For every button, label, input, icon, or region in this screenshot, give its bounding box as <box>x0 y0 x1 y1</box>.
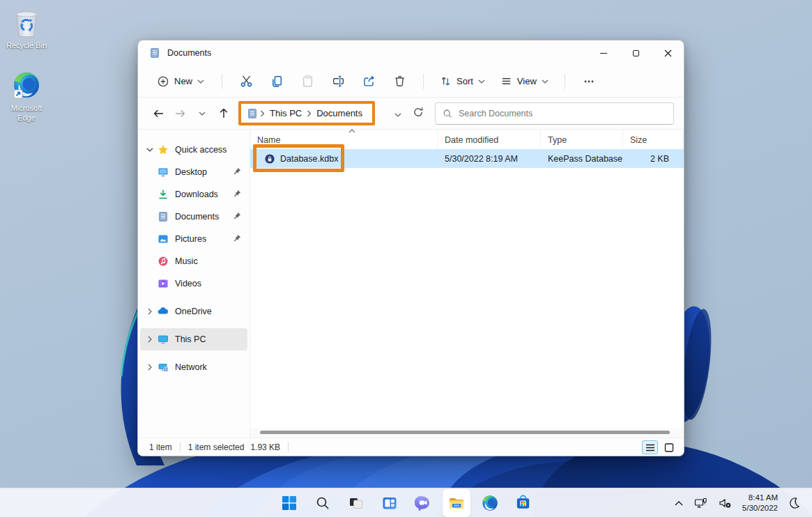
keepass-file-icon <box>264 153 275 164</box>
minimize-button[interactable] <box>588 40 620 65</box>
file-size: 2 KB <box>623 154 684 164</box>
taskbar-clock[interactable]: 8:41 AM 5/30/2022 <box>740 493 781 514</box>
sidebar-item-onedrive[interactable]: OneDrive <box>140 300 247 323</box>
recent-locations-button[interactable] <box>191 102 213 124</box>
rename-button[interactable] <box>324 70 352 93</box>
edge-button[interactable] <box>476 489 504 517</box>
command-bar: New <box>138 65 684 98</box>
breadcrumb-this-pc[interactable]: This PC <box>267 108 305 118</box>
details-view-button[interactable] <box>642 440 658 454</box>
documents-breadcrumb-icon <box>247 108 258 119</box>
focus-assist-button[interactable] <box>785 489 804 517</box>
search-icon <box>315 495 330 511</box>
sidebar-item-desktop[interactable]: Desktop <box>140 161 247 183</box>
sort-ascending-icon <box>348 129 355 133</box>
column-size[interactable]: Size <box>623 130 684 149</box>
edge-shortcut[interactable]: Microsoft Edge <box>3 70 50 123</box>
search-input[interactable] <box>459 109 666 118</box>
cut-icon <box>240 75 253 88</box>
sidebar-item-downloads[interactable]: Downloads <box>140 183 247 206</box>
large-icons-view-button[interactable] <box>661 440 677 454</box>
column-type[interactable]: Type <box>541 130 623 149</box>
selection-count: 1 item selected <box>188 442 245 452</box>
forward-button[interactable] <box>169 102 191 124</box>
widgets-button[interactable] <box>376 489 404 517</box>
recycle-bin-shortcut[interactable]: Recycle Bin <box>3 6 50 51</box>
clock-date: 5/30/2022 <box>742 503 778 514</box>
volume-tray-button[interactable] <box>715 489 735 517</box>
plus-circle-icon <box>157 75 169 88</box>
chat-icon <box>415 495 431 511</box>
column-headers: Name Date modified Type Size <box>250 130 684 149</box>
task-view-button[interactable] <box>342 489 370 517</box>
start-button[interactable] <box>275 489 303 517</box>
documents-window-icon <box>149 47 160 59</box>
sort-button[interactable]: Sort <box>434 70 491 92</box>
view-button[interactable]: View <box>494 70 555 92</box>
large-icons-view-icon <box>664 443 674 452</box>
sort-button-label: Sort <box>457 76 473 86</box>
file-name: Database.kdbx <box>280 154 338 164</box>
taskbar-search-button[interactable] <box>309 489 337 517</box>
network-tray-button[interactable] <box>691 489 711 517</box>
sidebar-item-quick-access[interactable]: Quick access <box>140 139 247 161</box>
file-row-database-kdbx[interactable]: Database.kdbx 5/30/2022 8:19 AM KeePass … <box>250 149 684 168</box>
sidebar-item-videos[interactable]: Videos <box>140 272 247 295</box>
search-box[interactable] <box>435 102 674 125</box>
column-date-modified[interactable]: Date modified <box>438 130 541 149</box>
back-button[interactable] <box>148 102 169 124</box>
up-button[interactable] <box>213 102 234 124</box>
cut-button[interactable] <box>232 70 260 93</box>
sidebar-item-music[interactable]: Music <box>140 250 247 272</box>
share-button[interactable] <box>355 70 383 93</box>
file-explorer-button[interactable] <box>443 489 470 517</box>
chevron-down-icon <box>199 111 206 116</box>
chevron-down-icon <box>394 113 401 117</box>
copy-icon <box>270 75 284 88</box>
file-list: Name Date modified Type Size <box>250 130 684 438</box>
chevron-up-icon <box>675 501 683 506</box>
chevron-right-icon <box>260 110 265 117</box>
trash-icon <box>393 75 406 88</box>
this-pc-icon <box>158 334 169 345</box>
maximize-button[interactable] <box>620 40 652 65</box>
column-name[interactable]: Name <box>250 130 438 149</box>
windows-start-icon <box>281 495 298 511</box>
sidebar-item-documents[interactable]: Documents <box>140 206 247 228</box>
new-button-label: New <box>174 76 192 86</box>
close-button[interactable] <box>652 40 684 65</box>
pin-icon <box>233 167 241 176</box>
store-button[interactable] <box>510 489 537 517</box>
sidebar-item-network[interactable]: Network <box>140 356 247 378</box>
pictures-icon <box>158 233 169 245</box>
paste-button[interactable] <box>293 70 321 93</box>
task-view-icon <box>348 495 365 511</box>
address-bar[interactable]: This PC Documents <box>238 101 375 125</box>
chevron-down-icon <box>146 148 153 152</box>
refresh-button[interactable] <box>413 107 424 121</box>
status-separator <box>180 442 181 452</box>
delete-button[interactable] <box>385 70 413 93</box>
see-more-button[interactable] <box>575 70 603 93</box>
toolbar-separator <box>565 74 565 89</box>
window-title: Documents <box>167 48 211 58</box>
clock-time: 8:41 AM <box>742 493 778 503</box>
tray-chevron-up-button[interactable] <box>671 489 687 517</box>
sidebar-label: Documents <box>175 212 219 222</box>
chat-button[interactable] <box>409 489 437 517</box>
view-button-label: View <box>517 76 537 86</box>
sidebar-item-this-pc[interactable]: This PC <box>140 328 247 350</box>
address-history-button[interactable] <box>394 107 401 120</box>
horizontal-scrollbar[interactable] <box>250 428 684 438</box>
new-button[interactable]: New <box>149 70 212 93</box>
sidebar-label: OneDrive <box>175 307 212 316</box>
sidebar-item-pictures[interactable]: Pictures <box>140 228 247 250</box>
sidebar-label: Music <box>175 256 198 266</box>
sidebar-label: Desktop <box>175 167 207 177</box>
copy-button[interactable] <box>263 70 291 93</box>
search-icon <box>443 109 452 118</box>
scrollbar-thumb[interactable] <box>260 431 670 434</box>
microsoft-store-icon <box>514 494 532 511</box>
pin-icon <box>233 234 241 242</box>
breadcrumb-documents[interactable]: Documents <box>314 108 365 118</box>
